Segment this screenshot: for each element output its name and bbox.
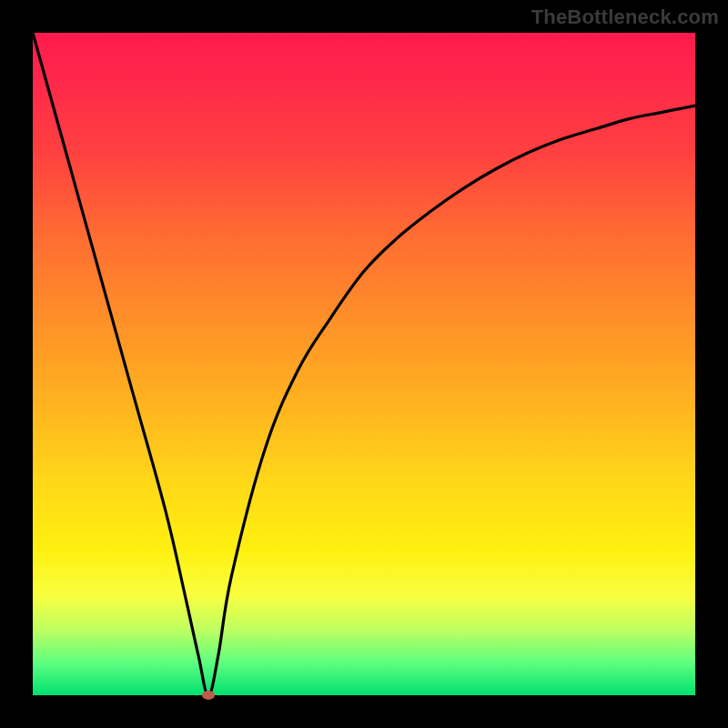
minimum-marker <box>202 691 215 700</box>
watermark-text: TheBottleneck.com <box>531 5 719 29</box>
plot-area <box>33 33 695 695</box>
curve-layer <box>33 33 695 695</box>
chart-frame: TheBottleneck.com <box>0 0 728 728</box>
bottleneck-curve <box>33 33 695 695</box>
